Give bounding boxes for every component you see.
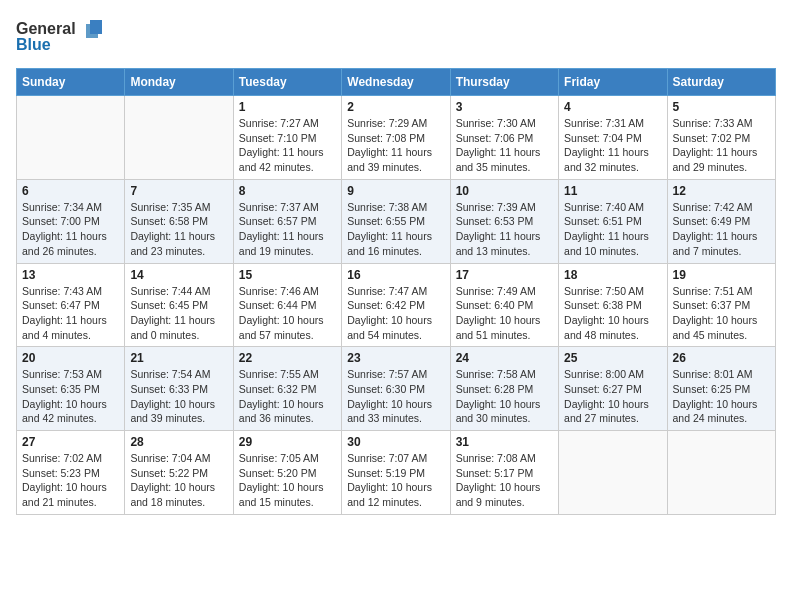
day-number: 17 (456, 268, 553, 282)
day-cell: 9Sunrise: 7:38 AMSunset: 6:55 PMDaylight… (342, 179, 450, 263)
day-cell: 27Sunrise: 7:02 AMSunset: 5:23 PMDayligh… (17, 431, 125, 515)
column-header-tuesday: Tuesday (233, 69, 341, 96)
column-headers: SundayMondayTuesdayWednesdayThursdayFrid… (17, 69, 776, 96)
day-info: Sunrise: 7:29 AMSunset: 7:08 PMDaylight:… (347, 116, 444, 175)
day-info: Sunrise: 7:58 AMSunset: 6:28 PMDaylight:… (456, 367, 553, 426)
day-info: Sunrise: 7:57 AMSunset: 6:30 PMDaylight:… (347, 367, 444, 426)
day-info: Sunrise: 7:08 AMSunset: 5:17 PMDaylight:… (456, 451, 553, 510)
day-info: Sunrise: 7:40 AMSunset: 6:51 PMDaylight:… (564, 200, 661, 259)
day-cell: 7Sunrise: 7:35 AMSunset: 6:58 PMDaylight… (125, 179, 233, 263)
day-info: Sunrise: 7:37 AMSunset: 6:57 PMDaylight:… (239, 200, 336, 259)
day-number: 18 (564, 268, 661, 282)
column-header-thursday: Thursday (450, 69, 558, 96)
day-number: 5 (673, 100, 770, 114)
day-number: 25 (564, 351, 661, 365)
day-cell: 4Sunrise: 7:31 AMSunset: 7:04 PMDaylight… (559, 96, 667, 180)
day-number: 11 (564, 184, 661, 198)
day-info: Sunrise: 7:38 AMSunset: 6:55 PMDaylight:… (347, 200, 444, 259)
day-cell: 31Sunrise: 7:08 AMSunset: 5:17 PMDayligh… (450, 431, 558, 515)
day-cell: 20Sunrise: 7:53 AMSunset: 6:35 PMDayligh… (17, 347, 125, 431)
day-cell (17, 96, 125, 180)
day-info: Sunrise: 7:55 AMSunset: 6:32 PMDaylight:… (239, 367, 336, 426)
svg-text:Blue: Blue (16, 36, 51, 53)
day-number: 4 (564, 100, 661, 114)
day-number: 9 (347, 184, 444, 198)
day-cell: 21Sunrise: 7:54 AMSunset: 6:33 PMDayligh… (125, 347, 233, 431)
day-cell: 28Sunrise: 7:04 AMSunset: 5:22 PMDayligh… (125, 431, 233, 515)
day-cell: 25Sunrise: 8:00 AMSunset: 6:27 PMDayligh… (559, 347, 667, 431)
day-info: Sunrise: 7:44 AMSunset: 6:45 PMDaylight:… (130, 284, 227, 343)
day-info: Sunrise: 7:27 AMSunset: 7:10 PMDaylight:… (239, 116, 336, 175)
day-cell: 23Sunrise: 7:57 AMSunset: 6:30 PMDayligh… (342, 347, 450, 431)
day-number: 21 (130, 351, 227, 365)
day-cell: 16Sunrise: 7:47 AMSunset: 6:42 PMDayligh… (342, 263, 450, 347)
day-number: 31 (456, 435, 553, 449)
day-number: 19 (673, 268, 770, 282)
day-cell: 15Sunrise: 7:46 AMSunset: 6:44 PMDayligh… (233, 263, 341, 347)
day-cell: 11Sunrise: 7:40 AMSunset: 6:51 PMDayligh… (559, 179, 667, 263)
week-row-4: 20Sunrise: 7:53 AMSunset: 6:35 PMDayligh… (17, 347, 776, 431)
day-cell: 19Sunrise: 7:51 AMSunset: 6:37 PMDayligh… (667, 263, 775, 347)
day-info: Sunrise: 7:30 AMSunset: 7:06 PMDaylight:… (456, 116, 553, 175)
day-number: 6 (22, 184, 119, 198)
day-cell (667, 431, 775, 515)
week-row-1: 1Sunrise: 7:27 AMSunset: 7:10 PMDaylight… (17, 96, 776, 180)
day-cell: 29Sunrise: 7:05 AMSunset: 5:20 PMDayligh… (233, 431, 341, 515)
day-cell: 24Sunrise: 7:58 AMSunset: 6:28 PMDayligh… (450, 347, 558, 431)
day-number: 8 (239, 184, 336, 198)
column-header-saturday: Saturday (667, 69, 775, 96)
day-cell: 3Sunrise: 7:30 AMSunset: 7:06 PMDaylight… (450, 96, 558, 180)
calendar-table: SundayMondayTuesdayWednesdayThursdayFrid… (16, 68, 776, 515)
day-info: Sunrise: 7:05 AMSunset: 5:20 PMDaylight:… (239, 451, 336, 510)
day-cell: 17Sunrise: 7:49 AMSunset: 6:40 PMDayligh… (450, 263, 558, 347)
day-cell: 14Sunrise: 7:44 AMSunset: 6:45 PMDayligh… (125, 263, 233, 347)
day-number: 22 (239, 351, 336, 365)
day-cell: 18Sunrise: 7:50 AMSunset: 6:38 PMDayligh… (559, 263, 667, 347)
day-info: Sunrise: 7:31 AMSunset: 7:04 PMDaylight:… (564, 116, 661, 175)
svg-text:General: General (16, 20, 76, 37)
day-number: 29 (239, 435, 336, 449)
day-cell: 22Sunrise: 7:55 AMSunset: 6:32 PMDayligh… (233, 347, 341, 431)
day-cell: 26Sunrise: 8:01 AMSunset: 6:25 PMDayligh… (667, 347, 775, 431)
day-info: Sunrise: 7:34 AMSunset: 7:00 PMDaylight:… (22, 200, 119, 259)
day-cell: 6Sunrise: 7:34 AMSunset: 7:00 PMDaylight… (17, 179, 125, 263)
day-number: 10 (456, 184, 553, 198)
day-cell: 12Sunrise: 7:42 AMSunset: 6:49 PMDayligh… (667, 179, 775, 263)
day-cell (559, 431, 667, 515)
day-info: Sunrise: 7:53 AMSunset: 6:35 PMDaylight:… (22, 367, 119, 426)
day-cell: 30Sunrise: 7:07 AMSunset: 5:19 PMDayligh… (342, 431, 450, 515)
day-info: Sunrise: 7:46 AMSunset: 6:44 PMDaylight:… (239, 284, 336, 343)
day-number: 20 (22, 351, 119, 365)
day-number: 15 (239, 268, 336, 282)
day-cell: 13Sunrise: 7:43 AMSunset: 6:47 PMDayligh… (17, 263, 125, 347)
svg-marker-3 (90, 20, 102, 34)
week-row-3: 13Sunrise: 7:43 AMSunset: 6:47 PMDayligh… (17, 263, 776, 347)
day-info: Sunrise: 7:54 AMSunset: 6:33 PMDaylight:… (130, 367, 227, 426)
day-number: 14 (130, 268, 227, 282)
day-info: Sunrise: 7:49 AMSunset: 6:40 PMDaylight:… (456, 284, 553, 343)
column-header-friday: Friday (559, 69, 667, 96)
day-cell: 1Sunrise: 7:27 AMSunset: 7:10 PMDaylight… (233, 96, 341, 180)
page-header: General Blue (16, 16, 776, 56)
day-info: Sunrise: 7:42 AMSunset: 6:49 PMDaylight:… (673, 200, 770, 259)
day-info: Sunrise: 7:51 AMSunset: 6:37 PMDaylight:… (673, 284, 770, 343)
day-cell: 10Sunrise: 7:39 AMSunset: 6:53 PMDayligh… (450, 179, 558, 263)
day-number: 12 (673, 184, 770, 198)
day-info: Sunrise: 7:39 AMSunset: 6:53 PMDaylight:… (456, 200, 553, 259)
day-info: Sunrise: 7:43 AMSunset: 6:47 PMDaylight:… (22, 284, 119, 343)
day-info: Sunrise: 7:50 AMSunset: 6:38 PMDaylight:… (564, 284, 661, 343)
day-number: 7 (130, 184, 227, 198)
day-info: Sunrise: 7:47 AMSunset: 6:42 PMDaylight:… (347, 284, 444, 343)
column-header-monday: Monday (125, 69, 233, 96)
day-number: 30 (347, 435, 444, 449)
day-number: 23 (347, 351, 444, 365)
day-cell: 5Sunrise: 7:33 AMSunset: 7:02 PMDaylight… (667, 96, 775, 180)
day-info: Sunrise: 8:00 AMSunset: 6:27 PMDaylight:… (564, 367, 661, 426)
day-cell (125, 96, 233, 180)
week-row-2: 6Sunrise: 7:34 AMSunset: 7:00 PMDaylight… (17, 179, 776, 263)
day-info: Sunrise: 7:07 AMSunset: 5:19 PMDaylight:… (347, 451, 444, 510)
day-number: 2 (347, 100, 444, 114)
day-cell: 2Sunrise: 7:29 AMSunset: 7:08 PMDaylight… (342, 96, 450, 180)
column-header-wednesday: Wednesday (342, 69, 450, 96)
week-row-5: 27Sunrise: 7:02 AMSunset: 5:23 PMDayligh… (17, 431, 776, 515)
